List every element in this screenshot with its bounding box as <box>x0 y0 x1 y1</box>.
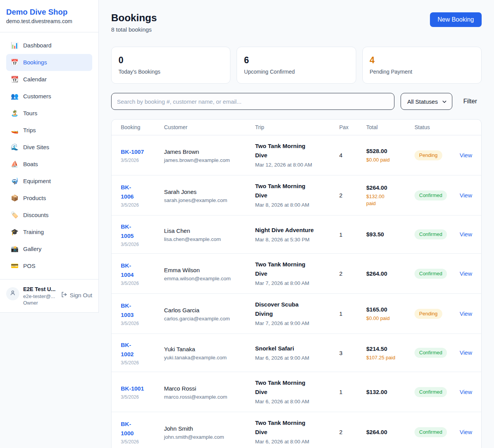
view-link[interactable]: View <box>460 152 472 158</box>
customer-name: James Brown <box>164 148 255 156</box>
amount-paid: $0.00 paid <box>366 315 414 322</box>
trip-name: Snorkel Safari <box>255 344 339 353</box>
trip-name: Two Tank Morning Dive <box>255 182 339 200</box>
nav-icon: 📊 <box>11 41 19 50</box>
search-input[interactable] <box>111 93 394 110</box>
total-cell: $93.50 <box>366 230 414 239</box>
sidebar-item-dashboard[interactable]: 📊 Dashboard <box>6 37 92 54</box>
customer-email: james.brown@example.com <box>164 157 255 163</box>
sidebar-item-customers[interactable]: 👥 Customers <box>6 88 92 105</box>
sidebar-item-dive-sites[interactable]: 🌊 Dive Sites <box>6 139 92 156</box>
view-link[interactable]: View <box>460 429 472 435</box>
pax-cell: 4 <box>339 152 366 158</box>
status-badge: Confirmed <box>414 229 447 239</box>
stat-label: Today's Bookings <box>118 69 223 75</box>
total-amount: $264.00 <box>366 184 414 192</box>
sidebar-item-gallery[interactable]: 📸 Gallery <box>6 241 92 258</box>
sidebar-item-calendar[interactable]: 📆 Calendar <box>6 71 92 88</box>
stat-label: Pending Payment <box>370 69 474 75</box>
trip-name: Night Dive Adventure <box>255 226 339 235</box>
booking-date: 3/5/2026 <box>121 394 164 400</box>
trip-datetime: Mar 12, 2026 at 8:00 AM <box>255 161 339 169</box>
sidebar-item-equipment[interactable]: 🤿 Equipment <box>6 173 92 190</box>
sidebar-item-boats[interactable]: ⛵ Boats <box>6 156 92 173</box>
avatar <box>6 287 19 300</box>
booking-id-link[interactable]: BK- 1002 <box>121 340 164 359</box>
customer-cell: Lisa Chen lisa.chen@example.com <box>164 227 255 242</box>
booking-id-link[interactable]: BK- 1004 <box>121 261 164 280</box>
bookings-table: Booking Customer Trip Pax Total Status B… <box>111 119 482 448</box>
sidebar-item-tours[interactable]: 🏝️ Tours <box>6 105 92 122</box>
sidebar-item-products[interactable]: 📦 Products <box>6 190 92 207</box>
sidebar-item-label: Bookings <box>23 58 47 67</box>
status-badge: Confirmed <box>414 269 447 279</box>
page-title: Bookings <box>111 12 157 24</box>
main-content: Bookings 8 total bookings New Booking 0 … <box>99 0 494 448</box>
view-link[interactable]: View <box>460 231 472 237</box>
chevron-down-icon <box>442 99 447 104</box>
table-row: BK- 1004 3/5/2026 Emma Wilson emma.wilso… <box>112 254 481 294</box>
booking-id-link[interactable]: BK- 1000 <box>121 419 164 438</box>
column-header-trip: Trip <box>255 124 339 130</box>
sidebar-item-label: Trips <box>23 126 36 135</box>
status-cell: Confirmed <box>414 348 460 358</box>
status-badge: Confirmed <box>414 348 447 358</box>
trip-datetime: Mar 6, 2026 at 9:00 AM <box>255 354 339 362</box>
trip-datetime: Mar 7, 2026 at 8:00 AM <box>255 280 339 287</box>
booking-id-link[interactable]: BK- 1003 <box>121 301 164 320</box>
customer-cell: John Smith john.smith@example.com <box>164 424 255 440</box>
sidebar-item-pos[interactable]: 💳 POS <box>6 258 92 275</box>
shop-name: Demo Dive Shop <box>6 7 92 17</box>
status-select[interactable]: All Statuses <box>401 93 452 110</box>
shop-domain: demo.test.divestreams.com <box>6 18 92 24</box>
nav-icon: 🏝️ <box>11 109 19 118</box>
customer-name: John Smith <box>164 424 255 433</box>
sign-out-icon <box>61 291 68 299</box>
booking-date: 3/5/2026 <box>121 439 164 445</box>
trip-cell: Two Tank Morning Dive Mar 6, 2026 at 8:0… <box>255 378 339 406</box>
stat-value: 6 <box>244 55 349 66</box>
trip-name: Two Tank Morning Dive <box>255 418 339 437</box>
trip-cell: Snorkel Safari Mar 6, 2026 at 9:00 AM <box>255 344 339 362</box>
sidebar-item-trips[interactable]: 🚤 Trips <box>6 122 92 139</box>
trip-name: Two Tank Morning Dive <box>255 141 339 160</box>
view-link[interactable]: View <box>460 389 472 395</box>
actions-cell: View <box>460 429 473 436</box>
sidebar-item-discounts[interactable]: 🏷️ Discounts <box>6 207 92 224</box>
pax-cell: 2 <box>339 429 366 435</box>
actions-cell: View <box>460 349 473 356</box>
view-link[interactable]: View <box>460 270 472 277</box>
view-link[interactable]: View <box>460 192 472 199</box>
total-amount: $132.00 <box>366 388 414 396</box>
booking-id-link[interactable]: BK- 1006 <box>121 183 164 201</box>
total-amount: $264.00 <box>366 269 414 278</box>
stat-card-upcoming-confirmed: 6 Upcoming Confirmed <box>237 47 356 84</box>
status-badge: Confirmed <box>414 387 447 397</box>
table-row: BK- 1005 3/5/2026 Lisa Chen lisa.chen@ex… <box>112 216 481 254</box>
actions-cell: View <box>460 270 473 277</box>
sidebar-user-section: E2E Test U... e2e-tester@... Owner Sign … <box>0 279 98 312</box>
filter-button[interactable]: Filter <box>458 98 482 105</box>
status-badge: Confirmed <box>414 427 447 437</box>
table-row: BK-1001 3/5/2026 Marco Rossi marco.rossi… <box>112 372 481 412</box>
page-header: Bookings 8 total bookings New Booking <box>111 12 482 33</box>
sidebar-item-training[interactable]: 🎓 Training <box>6 224 92 241</box>
status-cell: Pending <box>414 150 460 160</box>
new-booking-button[interactable]: New Booking <box>430 12 482 27</box>
booking-cell: BK- 1002 3/5/2026 <box>121 340 164 365</box>
nav-icon: 💳 <box>11 261 19 271</box>
booking-id-link[interactable]: BK-1007 <box>121 147 164 157</box>
booking-date: 3/5/2026 <box>121 321 164 326</box>
view-link[interactable]: View <box>460 349 472 356</box>
sidebar-item-bookings[interactable]: 📅 Bookings <box>6 54 92 71</box>
status-select-value: All Statuses <box>407 98 438 105</box>
booking-id-link[interactable]: BK- 1005 <box>121 222 164 241</box>
total-amount: $165.00 <box>366 305 414 314</box>
booking-id-link[interactable]: BK-1001 <box>121 384 164 393</box>
customer-email: sarah.jones@example.com <box>164 197 255 203</box>
view-link[interactable]: View <box>460 310 472 317</box>
user-email: e2e-tester@... <box>23 293 57 300</box>
sign-out-button[interactable]: Sign Out <box>61 291 92 299</box>
total-amount: $528.00 <box>366 147 414 155</box>
customer-email: emma.wilson@example.com <box>164 276 255 281</box>
